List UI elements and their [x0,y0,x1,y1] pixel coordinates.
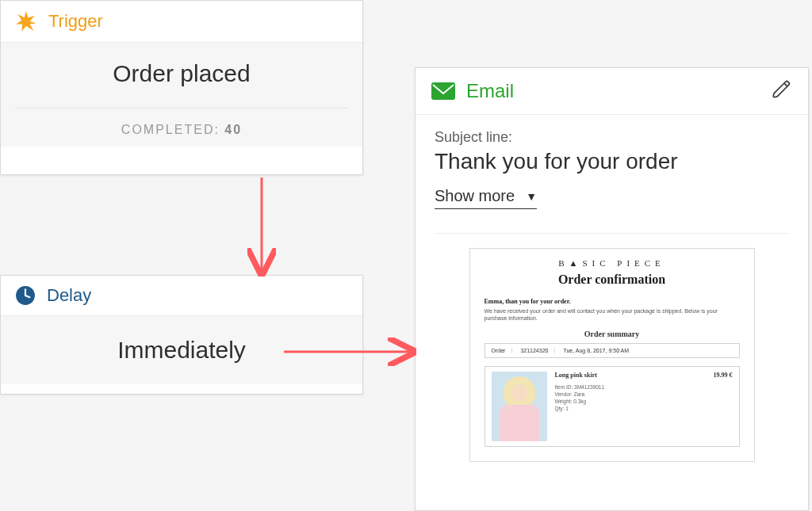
trigger-event-name: Order placed [15,60,348,103]
starburst-icon [15,10,37,32]
preview-summary-title: Order summary [485,330,740,338]
svg-line-5 [784,83,787,86]
envelope-icon [431,82,455,100]
delay-card[interactable]: Delay Immediately [0,275,363,395]
email-label: Email [466,80,514,102]
preview-greeting: Emma, than you for your order. [485,298,740,305]
email-body: Subject line: Thank you for your order S… [416,114,808,470]
completed-count: 40 [224,123,242,136]
preview-product-row: Long pink skirt 19.99 € Item ID: 3M41239… [485,366,740,447]
subject-label: Subject line: [435,129,789,146]
delay-header: Delay [1,276,362,316]
clock-icon [15,285,36,306]
preview-heading: Order confirmation [485,273,740,287]
product-item-id: Item ID: 3M41239011 [555,383,733,391]
email-header: Email [416,68,808,114]
completed-label: COMPLETED: [121,123,220,136]
preview-brand: B▲SIC PIECE [485,258,740,273]
trigger-completed-row: COMPLETED: 40 [15,108,348,137]
pencil-icon [772,79,792,100]
email-preview: B▲SIC PIECE Order confirmation Emma, tha… [469,248,755,462]
show-more-label: Show more [435,187,515,205]
product-qty: Qty: 1 [555,405,733,412]
trigger-card[interactable]: Trigger Order placed COMPLETED: 40 [0,0,363,175]
show-more-toggle[interactable]: Show more ▼ [435,187,537,209]
product-price: 19.99 € [714,372,733,379]
preview-order-box: Order 321124320 Tue, Aug 8, 2017, 9:50 A… [485,343,740,358]
divider [435,233,789,234]
chevron-down-icon: ▼ [526,190,537,203]
workflow-canvas: Trigger Order placed COMPLETED: 40 Delay… [0,0,812,511]
svg-marker-0 [16,11,36,32]
product-weight: Weight: 0.3kg [555,398,733,405]
product-name: Long pink skirt [555,372,597,379]
trigger-header: Trigger [1,1,362,43]
edit-button[interactable] [772,79,792,103]
preview-order-date: Tue, Aug 8, 2017, 9:50 AM [563,348,635,353]
delay-value: Immediately [1,316,362,384]
trigger-label: Trigger [48,11,103,32]
product-image [492,372,547,441]
svg-rect-4 [431,82,455,100]
trigger-body: Order placed COMPLETED: 40 [1,43,362,147]
delay-label: Delay [47,285,91,306]
preview-body-text: We have received your order and will con… [485,307,740,322]
preview-order-id: 321124320 [520,348,555,353]
preview-order-label: Order [492,348,513,353]
email-card[interactable]: Email Subject line: Thank you for your o… [415,67,809,511]
product-vendor: Vendor: Zara [555,391,733,398]
subject-line: Thank you for your order [435,149,789,174]
